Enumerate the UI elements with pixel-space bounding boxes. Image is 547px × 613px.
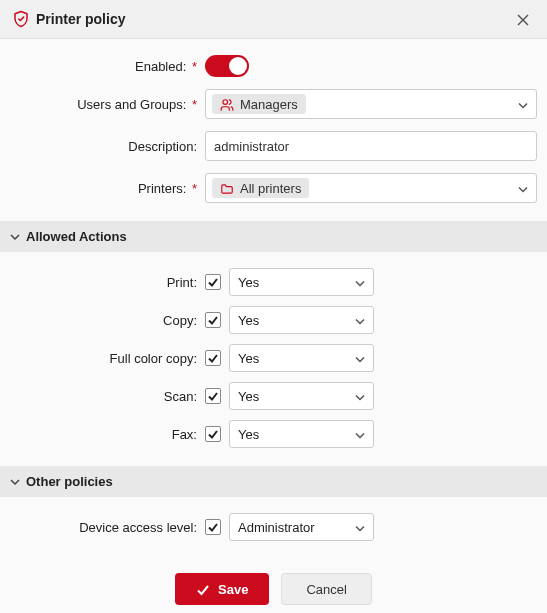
section-allowed-actions[interactable]: Allowed Actions <box>0 221 547 252</box>
fax-select[interactable]: Yes <box>229 420 374 448</box>
copy-checkbox[interactable] <box>205 312 221 328</box>
print-select-value: Yes <box>238 275 259 290</box>
close-button[interactable] <box>511 8 535 30</box>
toggle-knob <box>229 57 247 75</box>
button-bar: Save Cancel <box>10 559 537 613</box>
users-groups-select[interactable]: Managers <box>205 89 537 119</box>
row-copy: Copy: Yes <box>10 306 537 334</box>
copy-label: Copy: <box>10 313 205 328</box>
row-users-groups: Users and Groups: * Managers <box>10 89 537 119</box>
scan-select[interactable]: Yes <box>229 382 374 410</box>
shield-icon <box>12 10 30 28</box>
folder-icon <box>220 180 234 196</box>
chevron-down-icon <box>518 181 528 196</box>
copy-select[interactable]: Yes <box>229 306 374 334</box>
copy-select-value: Yes <box>238 313 259 328</box>
device-access-select[interactable]: Administrator <box>229 513 374 541</box>
row-enabled: Enabled: * <box>10 55 537 77</box>
device-access-checkbox[interactable] <box>205 519 221 535</box>
users-chip: Managers <box>212 94 306 114</box>
chevron-down-icon <box>355 520 365 535</box>
printers-label: Printers: * <box>10 181 205 196</box>
cancel-button-label: Cancel <box>306 582 346 597</box>
full-color-copy-checkbox[interactable] <box>205 350 221 366</box>
check-icon <box>196 581 210 597</box>
row-full-color-copy: Full color copy: Yes <box>10 344 537 372</box>
row-device-access: Device access level: Administrator <box>10 513 537 541</box>
row-scan: Scan: Yes <box>10 382 537 410</box>
section-other-policies-title: Other policies <box>26 474 113 489</box>
section-other-policies-body: Device access level: Administrator <box>10 497 537 559</box>
save-button[interactable]: Save <box>175 573 269 605</box>
save-button-label: Save <box>218 582 248 597</box>
printers-select[interactable]: All printers <box>205 173 537 203</box>
chevron-down-icon <box>10 477 20 487</box>
fax-select-value: Yes <box>238 427 259 442</box>
chevron-down-icon <box>355 427 365 442</box>
section-allowed-actions-body: Print: Yes Copy: Yes <box>10 252 537 466</box>
dialog-title: Printer policy <box>36 11 511 27</box>
printers-chip: All printers <box>212 178 309 198</box>
full-color-copy-select-value: Yes <box>238 351 259 366</box>
print-select[interactable]: Yes <box>229 268 374 296</box>
svg-point-2 <box>223 100 228 105</box>
row-fax: Fax: Yes <box>10 420 537 448</box>
dialog-header: Printer policy <box>0 0 547 39</box>
chevron-down-icon <box>355 275 365 290</box>
chevron-down-icon <box>355 313 365 328</box>
chevron-down-icon <box>10 232 20 242</box>
full-color-copy-select[interactable]: Yes <box>229 344 374 372</box>
chevron-down-icon <box>355 389 365 404</box>
row-print: Print: Yes <box>10 268 537 296</box>
scan-select-value: Yes <box>238 389 259 404</box>
section-other-policies[interactable]: Other policies <box>0 466 547 497</box>
fax-checkbox[interactable] <box>205 426 221 442</box>
row-printers: Printers: * All printers <box>10 173 537 203</box>
users-icon <box>220 96 234 112</box>
row-description: Description: <box>10 131 537 161</box>
users-chip-label: Managers <box>240 97 298 112</box>
fax-label: Fax: <box>10 427 205 442</box>
description-input[interactable] <box>205 131 537 161</box>
full-color-copy-label: Full color copy: <box>10 351 205 366</box>
users-groups-label: Users and Groups: * <box>10 97 205 112</box>
print-checkbox[interactable] <box>205 274 221 290</box>
form-body: Enabled: * Users and Groups: * <box>0 39 547 613</box>
device-access-label: Device access level: <box>10 520 205 535</box>
cancel-button[interactable]: Cancel <box>281 573 371 605</box>
enabled-toggle[interactable] <box>205 55 249 77</box>
scan-checkbox[interactable] <box>205 388 221 404</box>
enabled-label: Enabled: * <box>10 59 205 74</box>
scan-label: Scan: <box>10 389 205 404</box>
print-label: Print: <box>10 275 205 290</box>
chevron-down-icon <box>355 351 365 366</box>
description-label: Description: <box>10 139 205 154</box>
chevron-down-icon <box>518 97 528 112</box>
printers-chip-label: All printers <box>240 181 301 196</box>
device-access-select-value: Administrator <box>238 520 315 535</box>
section-allowed-actions-title: Allowed Actions <box>26 229 127 244</box>
